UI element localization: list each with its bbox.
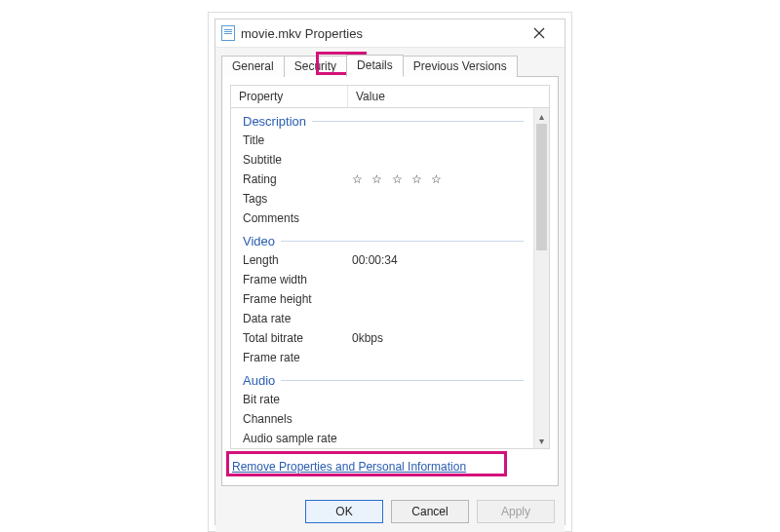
column-property: Property <box>231 86 348 107</box>
scroll-up-icon[interactable]: ▴ <box>534 108 549 124</box>
row-audio-sample-rate[interactable]: Audio sample rate <box>231 429 531 448</box>
column-value: Value <box>348 86 549 107</box>
remove-properties-link[interactable]: Remove Properties and Personal Informati… <box>232 460 466 474</box>
property-grid: Property Value Description Title Subtitl… <box>230 85 550 449</box>
section-audio: Audio <box>231 367 531 390</box>
row-frame-width[interactable]: Frame width <box>231 270 531 289</box>
dialog-buttons: OK Cancel Apply <box>215 492 565 532</box>
tab-security[interactable]: Security <box>284 56 347 77</box>
section-video: Video <box>231 228 531 250</box>
grid-body: Description Title Subtitle Rating☆ ☆ ☆ ☆… <box>231 108 549 448</box>
row-bit-rate[interactable]: Bit rate <box>231 390 531 409</box>
tab-general[interactable]: General <box>221 56 285 77</box>
tab-previous-versions[interactable]: Previous Versions <box>403 56 518 77</box>
section-label: Audio <box>243 373 275 388</box>
close-icon <box>533 27 545 39</box>
row-title[interactable]: Title <box>231 131 531 150</box>
grid-header: Property Value <box>231 86 549 108</box>
screenshot-frame: movie.mkv Properties General Security De… <box>208 12 572 532</box>
tab-strip: General Security Details Previous Versio… <box>215 48 565 76</box>
row-frame-rate[interactable]: Frame rate <box>231 348 531 367</box>
row-data-rate[interactable]: Data rate <box>231 309 531 328</box>
details-pane: Property Value Description Title Subtitl… <box>221 76 559 486</box>
cancel-button[interactable]: Cancel <box>391 500 469 523</box>
window-title: movie.mkv Properties <box>241 26 363 41</box>
file-icon <box>221 25 235 41</box>
row-subtitle[interactable]: Subtitle <box>231 150 531 170</box>
section-description: Description <box>231 108 531 131</box>
row-channels[interactable]: Channels <box>231 409 531 429</box>
row-total-bitrate[interactable]: Total bitrate0kbps <box>231 328 531 348</box>
apply-button: Apply <box>477 500 555 523</box>
row-frame-height[interactable]: Frame height <box>231 289 531 309</box>
scroll-thumb[interactable] <box>536 124 547 250</box>
section-label: Video <box>243 234 275 248</box>
scroll-down-icon[interactable]: ▾ <box>534 433 549 448</box>
row-rating[interactable]: Rating☆ ☆ ☆ ☆ ☆ <box>231 170 531 189</box>
row-comments[interactable]: Comments <box>231 209 531 228</box>
row-length[interactable]: Length00:00:34 <box>231 250 531 270</box>
ok-button[interactable]: OK <box>305 500 383 523</box>
section-label: Description <box>243 114 306 129</box>
properties-dialog: movie.mkv Properties General Security De… <box>214 19 566 525</box>
row-tags[interactable]: Tags <box>231 189 531 209</box>
titlebar: movie.mkv Properties <box>215 19 565 48</box>
tab-details[interactable]: Details <box>346 55 404 77</box>
scrollbar[interactable]: ▴ ▾ <box>533 108 549 448</box>
close-button[interactable] <box>520 19 559 47</box>
